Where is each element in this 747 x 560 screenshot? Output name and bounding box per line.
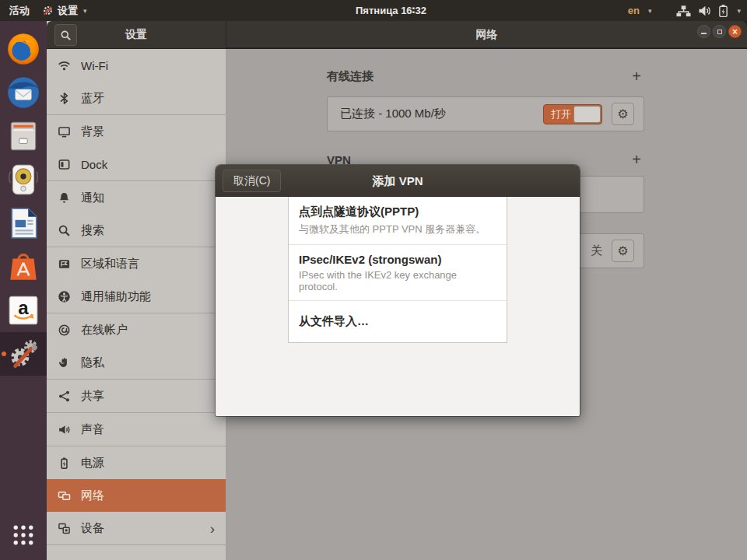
dock-panel-icon bbox=[58, 158, 71, 171]
vpn-option-ipsec[interactable]: IPsec/IKEv2 (strongswan) IPsec with the … bbox=[289, 245, 507, 301]
sidebar-item-privacy[interactable]: 隐私 bbox=[47, 346, 226, 379]
sidebar-item-sound[interactable]: 声音 bbox=[47, 413, 226, 446]
libreoffice-writer-icon bbox=[5, 205, 41, 241]
sidebar-item-search[interactable]: 搜索 bbox=[47, 214, 226, 247]
devices-icon bbox=[58, 522, 71, 535]
sidebar-item-wifi[interactable]: Wi-Fi bbox=[47, 49, 226, 82]
page-title: 网络 bbox=[226, 21, 747, 48]
speaker-icon bbox=[58, 423, 71, 436]
sidebar: 设置 Wi-Fi 蓝牙 bbox=[47, 21, 226, 560]
sidebar-separator bbox=[47, 544, 226, 545]
dock-item-thunderbird[interactable] bbox=[0, 71, 47, 114]
proxy-status: 关 bbox=[591, 243, 602, 258]
wifi-icon bbox=[58, 59, 71, 72]
accessibility-icon bbox=[58, 290, 71, 303]
file-manager-icon bbox=[5, 118, 41, 154]
sidebar-item-online-accounts[interactable]: 在线帐户 bbox=[47, 313, 226, 346]
dock-item-rhythmbox[interactable] bbox=[0, 158, 47, 201]
cancel-button[interactable]: 取消(C) bbox=[223, 170, 281, 192]
close-icon: × bbox=[732, 27, 738, 37]
sidebar-title: 设置 bbox=[47, 21, 226, 48]
app-menu[interactable]: 设置 ▾ bbox=[42, 0, 87, 21]
app-menu-label: 设置 bbox=[58, 4, 78, 18]
volume-icon bbox=[698, 5, 711, 17]
minimize-button[interactable] bbox=[697, 25, 710, 38]
dock-item-files[interactable] bbox=[0, 114, 47, 158]
settings-gears-icon bbox=[5, 336, 41, 372]
dropdown-arrow-icon: ▾ bbox=[83, 7, 87, 15]
settings-app-icon bbox=[42, 5, 54, 16]
dock-item-firefox[interactable] bbox=[0, 27, 47, 71]
maximize-icon bbox=[717, 30, 722, 34]
minimize-icon bbox=[701, 33, 707, 34]
dock-item-libreoffice-writer[interactable] bbox=[0, 201, 47, 245]
sidebar-list: Wi-Fi 蓝牙 背景 bbox=[47, 49, 226, 560]
sidebar-item-dock[interactable]: Dock bbox=[47, 148, 226, 180]
sidebar-item-network[interactable]: 网络 bbox=[47, 479, 226, 512]
status-area[interactable]: en ▾ ▾ bbox=[628, 0, 741, 21]
window-controls: × bbox=[697, 25, 742, 38]
desktop: 活动 设置 ▾ Пятница 16∶32 en ▾ bbox=[0, 0, 747, 560]
dock-item-amazon[interactable]: a bbox=[0, 289, 47, 332]
dock: a bbox=[0, 21, 47, 560]
amazon-icon: a bbox=[5, 292, 41, 328]
system-menu-arrow-icon: ▾ bbox=[737, 7, 741, 15]
sidebar-item-power[interactable]: 电源 bbox=[47, 446, 226, 479]
ubuntu-software-icon bbox=[5, 249, 41, 285]
gear-icon: ⚙ bbox=[617, 108, 628, 121]
vpn-option-pptp[interactable]: 点到点隧道协议(PPTP) 与微软及其他的 PPTP VPN 服务器兼容。 bbox=[289, 197, 507, 245]
vpn-section-title: VPN bbox=[327, 153, 351, 166]
dock-item-ubuntu-software[interactable] bbox=[0, 245, 47, 289]
add-vpn-dialog: 添加 VPN 取消(C) 点到点隧道协议(PPTP) 与微软及其他的 PPTP … bbox=[216, 165, 580, 416]
wired-settings-button[interactable]: ⚙ bbox=[612, 103, 634, 125]
bluetooth-icon bbox=[58, 92, 71, 105]
sidebar-item-bluetooth[interactable]: 蓝牙 bbox=[47, 82, 226, 114]
show-applications-button[interactable] bbox=[0, 516, 47, 554]
close-button[interactable]: × bbox=[728, 25, 742, 38]
sidebar-item-devices[interactable]: 设备 › bbox=[47, 512, 226, 544]
wired-toggle[interactable]: 打开 bbox=[543, 104, 602, 124]
wired-network-icon bbox=[676, 5, 691, 17]
wired-section-title: 有线连接 bbox=[327, 69, 374, 84]
sidebar-item-sharing[interactable]: 共享 bbox=[47, 380, 226, 412]
add-vpn-button[interactable]: + bbox=[629, 152, 644, 167]
activities-label: 活动 bbox=[9, 4, 30, 18]
maximize-button[interactable] bbox=[713, 25, 726, 38]
online-accounts-icon bbox=[58, 324, 71, 337]
svg-text:a: a bbox=[18, 297, 29, 318]
flag-icon bbox=[58, 257, 71, 271]
top-bar: 活动 设置 ▾ Пятница 16∶32 en ▾ bbox=[0, 0, 747, 21]
battery-icon bbox=[58, 457, 71, 470]
hand-icon bbox=[58, 356, 71, 369]
input-source-arrow-icon: ▾ bbox=[648, 7, 652, 15]
bell-icon bbox=[58, 191, 71, 205]
dialog-body: 点到点隧道协议(PPTP) 与微软及其他的 PPTP VPN 服务器兼容。 IP… bbox=[216, 197, 580, 416]
activities-button[interactable]: 活动 bbox=[9, 0, 30, 21]
network-icon bbox=[58, 489, 71, 502]
monitor-icon bbox=[58, 125, 71, 138]
toggle-knob bbox=[573, 106, 601, 123]
dock-item-settings[interactable] bbox=[0, 332, 47, 376]
share-icon bbox=[58, 390, 71, 403]
vpn-type-list: 点到点隧道协议(PPTP) 与微软及其他的 PPTP VPN 服务器兼容。 IP… bbox=[288, 197, 507, 343]
battery-icon bbox=[718, 4, 728, 18]
chevron-right-icon: › bbox=[210, 521, 215, 536]
wired-status: 已连接 - 1000 Mb/秒 bbox=[328, 107, 446, 121]
search-icon bbox=[58, 224, 71, 237]
firefox-icon bbox=[5, 31, 41, 67]
sidebar-item-notifications[interactable]: 通知 bbox=[47, 181, 226, 214]
clock[interactable]: Пятница 16∶32 bbox=[356, 0, 426, 21]
sidebar-headerbar: 设置 bbox=[47, 21, 226, 49]
sidebar-item-universal-access[interactable]: 通用辅助功能 bbox=[47, 280, 226, 313]
rhythmbox-icon bbox=[5, 162, 41, 198]
wired-section-header: 有线连接 + bbox=[327, 68, 644, 84]
sidebar-item-region-language[interactable]: 区域和语言 bbox=[47, 247, 226, 280]
add-wired-button[interactable]: + bbox=[629, 68, 644, 84]
dialog-headerbar: 添加 VPN 取消(C) bbox=[216, 165, 580, 197]
wired-connection-row: 已连接 - 1000 Mb/秒 打开 ⚙ bbox=[327, 96, 644, 131]
proxy-settings-button[interactable]: ⚙ bbox=[612, 240, 634, 262]
sidebar-item-background[interactable]: 背景 bbox=[47, 115, 226, 148]
vpn-option-import-file[interactable]: 从文件导入… bbox=[289, 301, 507, 342]
app-grid-icon bbox=[11, 523, 36, 548]
gear-icon: ⚙ bbox=[617, 245, 628, 257]
